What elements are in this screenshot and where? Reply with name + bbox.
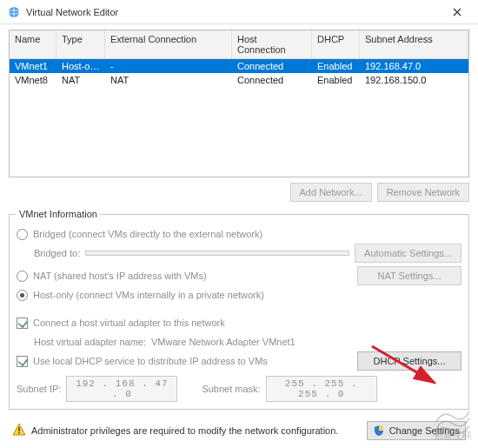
col-sub[interactable]: Subnet Address bbox=[360, 30, 468, 58]
col-type[interactable]: Type bbox=[56, 30, 105, 58]
window-title: Virtual Network Editor bbox=[26, 7, 440, 17]
bridged-label: Bridged (connect VMs directly to the ext… bbox=[33, 229, 262, 239]
subnet-ip-field: 192 . 168 . 47 . 0 bbox=[66, 376, 177, 402]
bridged-to-combo bbox=[85, 251, 349, 256]
close-button[interactable] bbox=[440, 1, 475, 23]
app-icon bbox=[7, 5, 21, 19]
add-network-button: Add Network... bbox=[290, 183, 372, 202]
subnet-ip-label: Subnet IP: bbox=[17, 384, 61, 394]
nat-settings-button: NAT Settings... bbox=[357, 266, 461, 285]
automatic-settings-button: Automatic Settings... bbox=[355, 244, 461, 263]
connect-adapter-label: Connect a host virtual adapter to this n… bbox=[33, 318, 225, 328]
connect-adapter-checkbox bbox=[17, 318, 28, 329]
adapter-name-value: VMware Network Adapter VMnet1 bbox=[151, 337, 295, 347]
bridged-radio bbox=[17, 229, 28, 240]
table-header: Name Type External Connection Host Conne… bbox=[10, 30, 468, 59]
subnet-mask-field: 255 . 255 . 255 . 0 bbox=[266, 376, 377, 402]
svg-rect-2 bbox=[18, 427, 20, 431]
dhcp-label: Use local DHCP service to distribute IP … bbox=[33, 356, 268, 366]
bridged-to-label: Bridged to: bbox=[34, 248, 80, 258]
hostonly-label: Host-only (connect VMs internally in a p… bbox=[33, 290, 264, 300]
svg-text:创新互联: 创新互联 bbox=[434, 430, 472, 439]
remove-network-button: Remove Network bbox=[377, 183, 469, 202]
watermark: 创新互联 bbox=[431, 405, 475, 441]
title-bar: Virtual Network Editor bbox=[0, 0, 478, 24]
col-dhcp[interactable]: DHCP bbox=[312, 30, 360, 58]
dhcp-settings-button[interactable]: DHCP Settings... bbox=[357, 351, 461, 371]
admin-info-bar: Administrator privileges are required to… bbox=[9, 418, 469, 443]
admin-info-text: Administrator privileges are required to… bbox=[31, 425, 338, 436]
dhcp-checkbox bbox=[17, 356, 28, 367]
table-row[interactable]: VMnet1 Host-only - Connected Enabled 192… bbox=[10, 59, 468, 73]
shield-icon bbox=[373, 425, 389, 436]
subnet-mask-label: Subnet mask: bbox=[202, 384, 260, 394]
nat-radio bbox=[17, 271, 28, 282]
vmnet-info-group: VMnet Information Bridged (connect VMs d… bbox=[9, 209, 469, 410]
nat-label: NAT (shared host's IP address with VMs) bbox=[33, 271, 207, 281]
adapter-name-label: Host virtual adapter name: bbox=[34, 337, 146, 347]
warning-icon bbox=[12, 423, 26, 438]
close-icon bbox=[453, 8, 461, 17]
hostonly-radio bbox=[17, 290, 28, 301]
group-legend: VMnet Information bbox=[17, 209, 100, 219]
svg-rect-3 bbox=[18, 432, 20, 434]
col-ext[interactable]: External Connection bbox=[105, 30, 232, 58]
network-table[interactable]: Name Type External Connection Host Conne… bbox=[9, 30, 469, 177]
col-host[interactable]: Host Connection bbox=[232, 30, 312, 58]
table-row[interactable]: VMnet8 NAT NAT Connected Enabled 192.168… bbox=[10, 73, 468, 87]
col-name[interactable]: Name bbox=[10, 30, 56, 58]
